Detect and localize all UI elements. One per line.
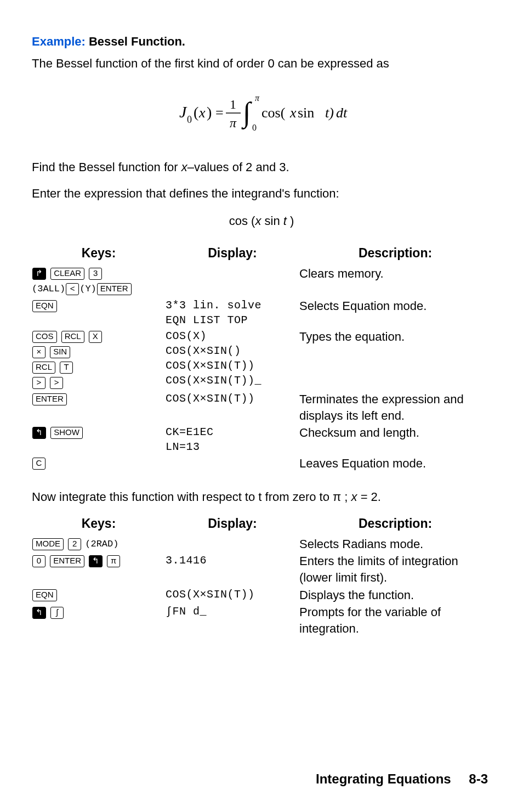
formula-paren-r: ) — [207, 104, 212, 121]
display-cell: COS(X×SIN(T)) — [166, 587, 299, 604]
eqn-key: EQN — [32, 300, 57, 312]
display-cell — [166, 455, 299, 472]
desc-cell: Checksum and length. — [299, 424, 491, 455]
intro-text: The Bessel function of the first kind of… — [32, 55, 491, 72]
cos-key: COS — [32, 331, 57, 343]
page-footer: Integrating Equations 8-3 — [316, 771, 488, 787]
find-line: Find the Bessel function for x–values of… — [32, 159, 491, 176]
table-row: COS RCL X × SIN RCL T > > COS(X) COS(X×S… — [32, 328, 491, 391]
enter-key: ENTER — [97, 283, 132, 295]
center-expression: cos (x sin t ) — [32, 214, 491, 228]
display-cell: COS(X×SIN(T)) — [166, 391, 299, 424]
desc-cell: Displays the function. — [299, 587, 491, 604]
formula-J: J — [179, 103, 187, 121]
formula-x2: x — [289, 105, 297, 121]
col-description: Description: — [299, 245, 491, 265]
desc-cell: Leaves Equation mode. — [299, 455, 491, 472]
right-key: > — [32, 377, 46, 389]
shift-right-key: ↱ — [32, 268, 46, 280]
show-key: SHOW — [50, 427, 83, 439]
col-keys: Keys: — [32, 515, 166, 535]
table-row: ENTER COS(X×SIN(T)) Terminates the expre… — [32, 391, 491, 424]
formula-t: t) — [325, 105, 334, 121]
desc-cell: Prompts for the variable of integration. — [299, 604, 491, 637]
shift-left-key: ↰ — [32, 607, 46, 619]
mode-key: MODE — [32, 538, 64, 550]
clear-key: CLEAR — [50, 268, 84, 280]
shift-left-key: ↰ — [32, 427, 46, 439]
raw-3all: (3ALL) — [32, 284, 65, 294]
col-keys: Keys: — [32, 245, 166, 265]
table-row: MODE 2 (2RAD) Selects Radians mode. — [32, 535, 491, 553]
formula-int-high: π — [255, 93, 260, 103]
rcl-key: RCL — [61, 331, 84, 343]
desc-cell: Terminates the expression and displays i… — [299, 391, 491, 424]
formula-sin: sin — [298, 105, 314, 121]
enter-key: ENTER — [32, 393, 67, 405]
t-key: T — [60, 362, 73, 374]
display-cell — [166, 265, 299, 297]
col-display: Display: — [166, 515, 299, 535]
table-row: 0 ENTER ↰ π 3.1416 Enters the limits of … — [32, 552, 491, 586]
display-cell: 3.1416 — [166, 552, 299, 586]
multiply-key: × — [32, 346, 46, 358]
footer-page: 8-3 — [469, 771, 488, 786]
enter-line: Enter the expression that defines the in… — [32, 185, 491, 202]
table-row: ↰ ∫ ∫FN d_ Prompts for the variable of i… — [32, 604, 491, 637]
table-row: EQN 3*3 lin. solve EQN LIST TOP Selects … — [32, 297, 491, 328]
example-heading: Example: Bessel Function. — [32, 34, 491, 50]
table-row: EQN COS(X×SIN(T)) Displays the function. — [32, 587, 491, 604]
desc-cell: Selects Equation mode. — [299, 297, 491, 328]
raw-y: (Y) — [79, 284, 96, 294]
desc-cell: Types the equation. — [299, 328, 491, 391]
formula-pi: π — [230, 116, 237, 130]
x-key: X — [89, 331, 102, 343]
formula-cos: cos( — [262, 105, 285, 121]
formula-paren-l: ( — [194, 104, 198, 121]
display-cell: CK=E1EC LN=13 — [166, 424, 299, 455]
desc-cell: Enters the limits of integration (lower … — [299, 552, 491, 586]
rcl-key: RCL — [32, 362, 55, 374]
formula-int-low: 0 — [252, 123, 257, 132]
sin-key: SIN — [50, 346, 70, 358]
table-row: ↰ SHOW CK=E1EC LN=13 Checksum and length… — [32, 424, 491, 455]
enter-key: ENTER — [50, 555, 84, 567]
display-cell: COS(X) COS(X×SIN() COS(X×SIN(T)) COS(X×S… — [166, 328, 299, 391]
display-cell: 3*3 lin. solve EQN LIST TOP — [166, 297, 299, 328]
left-key: < — [66, 283, 79, 295]
right-key: > — [50, 377, 63, 389]
formula-integral: ∫ — [241, 97, 252, 129]
shift-left-key: ↰ — [89, 555, 103, 567]
desc-cell: Selects Radians mode. — [299, 535, 491, 553]
formula-dt: dt — [336, 105, 348, 121]
raw-2rad: (2RAD) — [85, 539, 118, 549]
table-row: ↱ CLEAR 3 (3ALL)<(Y)ENTER Clears memory. — [32, 265, 491, 297]
mid-line: Now integrate this function with respect… — [32, 489, 491, 505]
example-label: Example: — [32, 35, 86, 48]
page: Example: Bessel Function. The Bessel fun… — [0, 0, 523, 812]
col-description: Description: — [299, 515, 491, 535]
table-row: C Leaves Equation mode. — [32, 455, 491, 472]
two-key: 2 — [68, 538, 81, 550]
pi-key: π — [107, 555, 120, 567]
eqn-key: EQN — [32, 589, 57, 601]
key-table-2: Keys: Display: Description: MODE 2 (2RAD… — [32, 515, 491, 638]
integral-key: ∫ — [50, 607, 64, 619]
desc-cell: Clears memory. — [299, 265, 491, 297]
three-key: 3 — [89, 268, 102, 280]
formula-x: x — [198, 105, 206, 121]
formula-eq: = — [215, 105, 224, 121]
display-cell — [166, 535, 299, 553]
formula: J 0 ( x ) = 1 π ∫ π 0 cos( x sin t) dt — [32, 87, 491, 138]
c-key: C — [32, 458, 46, 470]
footer-title: Integrating Equations — [316, 771, 451, 786]
display-cell: ∫FN d_ — [166, 604, 299, 637]
col-display: Display: — [166, 245, 299, 265]
formula-0: 0 — [187, 114, 192, 125]
zero-key: 0 — [32, 555, 46, 567]
formula-one: 1 — [230, 97, 236, 111]
example-title: Bessel Function. — [89, 35, 185, 48]
key-table-1: Keys: Display: Description: ↱ CLEAR 3 (3… — [32, 245, 491, 472]
